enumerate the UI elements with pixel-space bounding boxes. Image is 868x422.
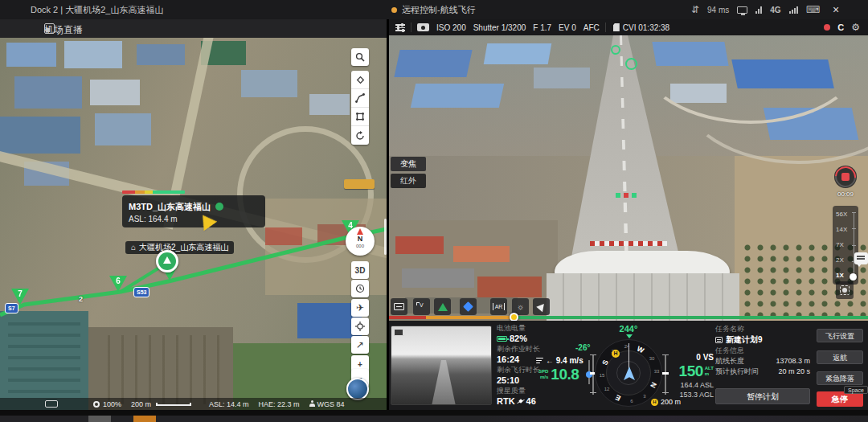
ar-overlay-button[interactable]: AR (490, 298, 507, 315)
battery-label: 电池电量 (497, 323, 590, 333)
aircraft-locate-button[interactable]: ✈ (351, 299, 369, 317)
record-stop-icon (841, 173, 850, 181)
drone-attitude-icon (624, 367, 635, 380)
dock-battery-value: 100% (103, 400, 121, 408)
record-button[interactable] (834, 166, 857, 188)
flight-mode-indicator: 远程控制-航线飞行 (391, 4, 476, 16)
pause-plan-button[interactable]: 暂停计划 (715, 388, 810, 404)
task-panel: 任务名称 新建计划9 任务信息 航线长度13708.3 m 预计执行时间20 m… (715, 324, 810, 377)
history-button[interactable] (351, 280, 369, 297)
home-point-icon: H (612, 350, 620, 358)
taskbar-item[interactable] (88, 416, 111, 422)
zoom-level-option[interactable]: 7X (836, 241, 852, 248)
map-compass[interactable]: N 000 (346, 227, 375, 256)
wind-icon (536, 358, 543, 364)
center-target-button[interactable] (351, 318, 369, 335)
aperture-value[interactable]: F 1.7 (533, 23, 551, 32)
duration-row: 预计执行时间20 m 20 s (715, 367, 810, 377)
ev-value[interactable]: EV 0 (559, 23, 576, 32)
datum-label: WGS 84 (309, 400, 345, 408)
flight-settings-button[interactable]: 飞行设置 (817, 329, 863, 342)
panel-header: 机场直播 (0, 19, 387, 38)
flight-mode-label: 远程控制-航线飞行 (402, 4, 476, 16)
c-mode-button[interactable]: C (837, 23, 844, 32)
dock-position-icon[interactable] (156, 250, 178, 272)
road-name-badge (344, 179, 375, 189)
tab-zoom-camera[interactable]: 变焦 (391, 157, 426, 171)
dock-map-label[interactable]: ⌂大疆机场2_山东高速福山 (125, 241, 234, 254)
smart-focus-icon (416, 302, 427, 311)
attitude-compass: N E S W 3 6 12 15 21 24 30 33 H (595, 339, 662, 407)
pan-arrow-button[interactable]: ↗ (351, 336, 369, 354)
smart-focus-button[interactable] (413, 298, 430, 315)
camera-feed[interactable]: 变焦 红外 00:09 56X 14X 7X 2X 1X (389, 35, 868, 321)
taskbar[interactable] (0, 416, 868, 422)
keyboard-icon[interactable]: ⌨ (806, 4, 820, 15)
settings-gear-icon[interactable]: ⚙ (851, 22, 860, 33)
media-library-button[interactable] (434, 298, 451, 315)
shutter-value[interactable]: Shutter 1/3200 (473, 23, 526, 32)
storage-remaining: CVI 01:32:38 (623, 23, 669, 32)
zoom-level-option[interactable]: 14X (836, 226, 852, 233)
drone-map-card[interactable]: M3TD_山东高速福山 ASL: 164.4 m (122, 195, 265, 227)
status-dot-icon (391, 7, 397, 13)
basemap-layers-button[interactable] (346, 378, 369, 400)
polyline-tool-button[interactable] (351, 89, 369, 108)
cellular-signal-icon (789, 6, 798, 14)
osd-toggle-button[interactable] (391, 298, 407, 315)
close-button[interactable]: × (833, 3, 839, 16)
latency-icon: ⇵ (691, 4, 699, 15)
fpv-road (432, 360, 456, 405)
fpv-thumbnail[interactable] (391, 326, 492, 405)
polygon-tool-button[interactable] (351, 108, 369, 126)
osd-icon (394, 303, 404, 310)
pin-point-button[interactable] (460, 298, 477, 315)
zoom-level-option[interactable]: 2X (836, 256, 852, 264)
dock-icon: ⌂ (131, 243, 136, 252)
focus-mode-value[interactable]: AFC (583, 23, 600, 32)
window-title: Dock 2 | 大疆机场2_山东高速福山 (31, 4, 163, 16)
satellite-label: 搜星质量 (497, 386, 590, 395)
latency-value: 94 ms (707, 6, 729, 14)
task-plan-icon (715, 337, 723, 343)
taskbar-item-active[interactable] (133, 416, 156, 422)
altitude-value: 150 (679, 363, 703, 380)
heading-tick-icon (626, 334, 633, 338)
chat-bubble-icon[interactable] (854, 252, 868, 264)
camera-panel: ISO 200 Shutter 1/3200 F 1.7 EV 0 AFC CV… (389, 19, 868, 410)
person-icon (309, 400, 315, 407)
map-scrollbar[interactable] (384, 219, 387, 255)
agl-value: 153.3 AGL (670, 390, 714, 399)
satellite-value: RTK46 (497, 395, 590, 407)
orbit-tool-button[interactable] (351, 126, 369, 145)
focus-scan-icon[interactable] (836, 281, 854, 299)
shortcut-keyboard-icon[interactable] (45, 400, 58, 408)
iso-value[interactable]: ISO 200 (436, 23, 466, 32)
camera-icon[interactable] (417, 23, 429, 31)
zoom-slider-track[interactable] (854, 212, 854, 278)
media-icon (438, 303, 448, 311)
task-name: 新建计划9 (715, 334, 810, 346)
zoom-level-option[interactable]: 56X (836, 211, 852, 218)
battery-icon (497, 336, 507, 342)
zoom-slider-handle[interactable] (850, 273, 857, 281)
annotation-button[interactable] (533, 298, 550, 315)
tab-infrared-camera[interactable]: 红外 (391, 174, 426, 188)
camera-settings-bar: ISO 200 Shutter 1/3200 F 1.7 EV 0 AFC CV… (389, 19, 868, 35)
return-home-button[interactable]: 返航 (817, 350, 863, 364)
route-segment-label: 2 (79, 295, 83, 303)
map-3d-toggle[interactable]: 3D (351, 261, 369, 279)
recording-indicator-icon (824, 24, 830, 31)
road-shield: S7 (5, 303, 18, 313)
swap-view-icon[interactable] (44, 23, 55, 34)
map-asl-value: ASL: 14.4 m (209, 400, 249, 408)
camera-settings-icon[interactable] (395, 23, 405, 31)
map-view[interactable]: 7 6 5 4 2 S7 S53 M3TD_山东高速福山 ASL: 164.4 … (0, 38, 387, 410)
telemetry-stats: 电池电量 82% 剩余作业时长 16:24 剩余飞行时长 25:10 搜星质量 … (497, 323, 590, 407)
map-search-button[interactable] (351, 48, 369, 66)
map-scale-value: 200 m (131, 400, 151, 408)
emergency-land-button[interactable]: 紧急降落 (817, 371, 863, 385)
road-shield: S53 (133, 287, 149, 297)
pin-icon (463, 301, 473, 312)
pin-tool-button[interactable] (351, 71, 369, 89)
